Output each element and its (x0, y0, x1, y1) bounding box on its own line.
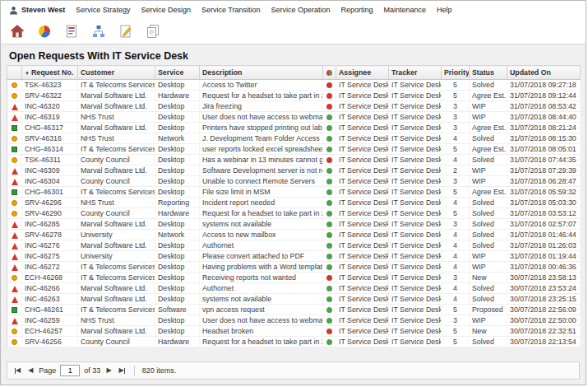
updated-on-cell: 31/07/2018 05:03:30 (507, 198, 581, 208)
last-page-button[interactable]: ▶ (118, 366, 127, 375)
table-row[interactable]: TSK-46311County CouncilDesktopHas a webi… (7, 155, 581, 166)
column-header-icon[interactable] (7, 66, 22, 80)
request-no-cell: CHG-46261 (22, 305, 78, 315)
page-label: Page (39, 366, 56, 375)
type-icon-cell (7, 91, 22, 101)
service-cell: Desktop (155, 80, 200, 91)
table-row[interactable]: TSK-46323IT & Telecoms ServicesDesktopAc… (7, 80, 581, 91)
column-header-description[interactable]: Description (200, 66, 323, 80)
user-menu[interactable]: Steven West (9, 6, 65, 15)
status-cell: Solved (470, 337, 507, 347)
table-row[interactable]: CHG-46261IT & Telecoms ServicesSoftwarev… (7, 305, 581, 315)
table-row[interactable]: INC-46319NHS TrustDesktopUser does not h… (7, 112, 581, 123)
first-page-button[interactable]: ◀ (13, 366, 22, 375)
table-row[interactable]: INC-46309Marval Software Ltd.DesktopSoft… (7, 166, 581, 176)
table-row[interactable]: CHG-46301IT & Telecoms ServicesDesktopFi… (7, 187, 581, 198)
status-cell: WIP (470, 176, 507, 187)
column-header-priority[interactable]: Priority (442, 66, 470, 80)
column-header-assignee[interactable]: Assignee (336, 66, 389, 80)
priority-cell: 5 (442, 305, 470, 315)
tracker-cell: IT Service Desk (389, 80, 442, 91)
description-cell: Having problems with a Word template (200, 262, 323, 273)
column-header-service[interactable]: Service (155, 66, 200, 80)
column-header-dot[interactable] (323, 66, 336, 80)
filter-dropdown-icon[interactable]: ▼ (25, 71, 30, 76)
table-row[interactable]: SRV-46256County CouncilHardwareRequest f… (7, 337, 581, 347)
table-row[interactable]: SRV-46296NHS TrustReportingIncident repo… (7, 198, 581, 208)
incident-icon (12, 179, 18, 185)
menu-item-reporting[interactable]: Reporting (341, 6, 373, 14)
table-row[interactable]: SRV-46322Marval Software Ltd.HardwareReq… (7, 91, 581, 101)
table-row[interactable]: INC-46266Marval Software Ltd.DesktopAuth… (7, 283, 581, 294)
page-number-input[interactable] (60, 365, 80, 376)
table-row[interactable]: ECH-46268IT & Telecoms ServicesDesktopRe… (7, 273, 581, 283)
assignee-status-cell (323, 230, 336, 240)
menu-item-service-transition[interactable]: Service Transition (201, 6, 261, 14)
description-cell: Software Development server is not respo… (200, 166, 323, 176)
table-row[interactable]: INC-46276Marval Software Ltd.DesktopAuth… (7, 240, 581, 251)
priority-cell: 3 (442, 112, 470, 123)
updated-on-cell: 30/07/2018 23:53:24 (507, 283, 581, 294)
table-row[interactable]: SRV-46290County CouncilHardwareRequest f… (7, 208, 581, 219)
customer-cell: NHS Trust (78, 112, 155, 123)
table-row[interactable]: SRV-46316NHS TrustNetworkJ. Development … (7, 133, 581, 144)
previous-page-button[interactable]: ◀ (26, 366, 35, 375)
workflow-icon[interactable] (89, 21, 109, 41)
next-page-button[interactable]: ▶ (104, 366, 113, 375)
menu-item-maintenance[interactable]: Maintenance (384, 6, 427, 14)
customer-cell: County Council (78, 337, 155, 347)
table-row[interactable]: INC-46263Marval Software Ltd.Desktopsyst… (7, 294, 581, 305)
assignee-status-icon (326, 318, 332, 324)
home-icon[interactable] (7, 21, 27, 41)
edit-icon[interactable] (116, 21, 136, 41)
request-no-cell: CHG-46301 (22, 187, 78, 198)
assignee-status-cell (323, 305, 336, 315)
description-cell: Access to Twitter (200, 80, 323, 91)
table-row[interactable]: ECH-46257Marval Software Ltd.DesktopHead… (7, 326, 581, 337)
menu-item-service-operation[interactable]: Service Operation (271, 6, 330, 14)
updated-on-cell: 31/07/2018 06:28:47 (507, 176, 581, 187)
menu-item-service-strategy[interactable]: Service Strategy (76, 6, 130, 14)
menu-item-help[interactable]: Help (437, 6, 452, 14)
column-header-updated-on[interactable]: Updated On (507, 66, 581, 80)
status-cell: WIP (470, 166, 507, 176)
assignee-cell: IT Service Desk (336, 187, 389, 198)
column-header-status[interactable]: Status (470, 66, 507, 80)
table-row[interactable]: INC-46275UniversityDesktopPlease convert… (7, 251, 581, 262)
table-row[interactable]: CHG-46314IT & Telecoms ServicesDesktopus… (7, 144, 581, 155)
table-row[interactable]: INC-46272IT & Telecoms ServicesDesktopHa… (7, 262, 581, 273)
table-row[interactable]: CHG-46317Marval Software Ltd.DesktopPrin… (7, 123, 581, 133)
updated-on-cell: 31/07/2018 00:46:36 (507, 262, 581, 273)
table-row[interactable]: SRV-46278UniversityNetworkAccess to new … (7, 230, 581, 240)
assignee-cell: IT Service Desk (336, 80, 389, 91)
column-header-tracker[interactable]: Tracker (389, 66, 442, 80)
dashboard-icon[interactable] (35, 21, 54, 41)
assignee-cell: IT Service Desk (336, 208, 389, 219)
status-cell: WIP (470, 262, 507, 273)
assignee-status-icon (326, 307, 332, 313)
table-row[interactable]: INC-46259NHS TrustDesktopUser does not h… (7, 315, 581, 326)
table-row[interactable]: INC-46304County CouncilDesktopUnable to … (7, 176, 581, 187)
type-icon-cell (7, 283, 22, 294)
customer-cell: IT & Telecoms Services (78, 144, 155, 155)
table-row[interactable]: INC-46285Marval Software Ltd.Desktopsyst… (7, 219, 581, 230)
status-cell: Agree Est. (470, 91, 507, 101)
status-cell: New (470, 273, 507, 283)
incident-icon (12, 286, 18, 292)
service-cell: Network (155, 230, 200, 240)
tracker-cell: IT Service Desk (389, 219, 442, 230)
customer-cell: Marval Software Ltd. (78, 326, 155, 337)
menu-item-service-design[interactable]: Service Design (141, 6, 191, 14)
priority-cell: 3 (442, 273, 470, 283)
column-header-request-no[interactable]: ▼Request No. (22, 66, 78, 80)
customer-cell: Marval Software Ltd. (78, 101, 155, 112)
copy-icon[interactable] (143, 21, 163, 41)
assignee-status-cell (323, 326, 336, 337)
column-header-customer[interactable]: Customer (78, 66, 155, 80)
table-row[interactable]: INC-46320Marval Software Ltd.DesktopJira… (7, 101, 581, 112)
service-request-icon (12, 157, 17, 163)
tracker-cell: IT Service Desk (389, 144, 442, 155)
report-icon[interactable] (62, 21, 81, 41)
customer-cell: University (78, 251, 155, 262)
tracker-cell: IT Service Desk (389, 315, 442, 326)
